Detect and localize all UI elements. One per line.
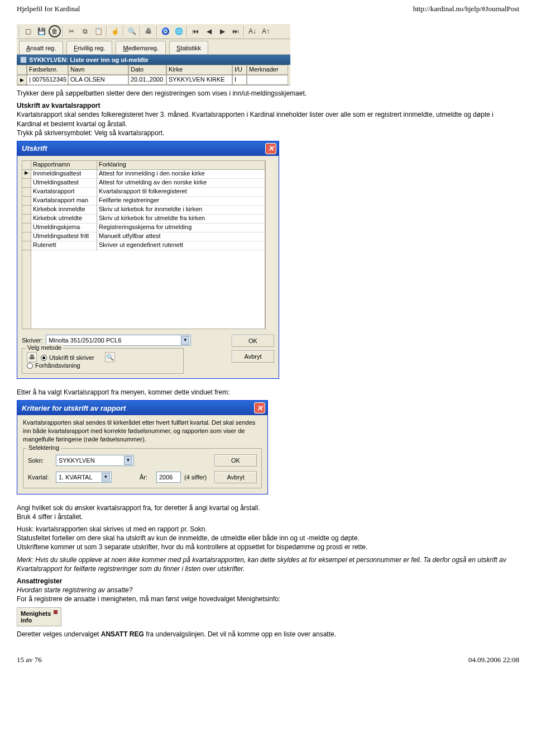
aar-input[interactable]: 2006 [156,472,181,483]
row-marker [22,232,31,241]
section-title: Utskrift av kvartalsrapport [17,102,100,110]
cell-navn[interactable]: OLA OLSEN [68,75,128,85]
body-text-1: Trykker dere på søppelbøtten sletter der… [17,89,519,98]
close-icon[interactable]: ✕ [265,143,276,154]
row-marker [22,188,31,197]
row-selector-icon[interactable]: ▶ [17,75,27,85]
paste-icon[interactable]: 📋 [92,25,104,37]
last-icon[interactable]: ⏭ [229,25,242,37]
col-iu[interactable]: I/U [232,65,247,75]
kvartal-value: 1. KVARTAL [59,474,93,481]
report-row[interactable]: Kirkebok utmeldteSkriv ut kirkebok for u… [22,215,265,224]
chevron-down-icon[interactable]: ▼ [181,336,189,345]
avbryt-button[interactable]: Avbryt [232,350,274,363]
web-icon[interactable]: 🌐 [173,25,185,37]
chevron-down-icon[interactable]: ▼ [124,456,132,465]
first-icon[interactable]: ⏮ [189,25,202,37]
kriterier-title: Kriterier for utskrift av rapport [22,404,126,412]
group-title: Selektering [27,444,61,451]
chevron-down-icon[interactable]: ▼ [102,473,110,482]
col-kirke[interactable]: Kirke [166,65,232,75]
selektering-group: Selektering Sokn: SYKKYLVEN ▼ Kvartal: 1… [23,448,262,488]
report-row[interactable]: Utmeldingsattest frittManuelt utfyllbar … [22,232,265,241]
search-icon[interactable]: 🔍 [126,25,138,37]
zoom-icon[interactable]: 🧿 [159,25,171,37]
report-row[interactable]: UtmeldingskjemaRegistreringsskjema for u… [22,224,265,232]
section-body: For å registrere de ansatte i menigheten… [17,595,280,603]
print-icon[interactable]: 🖶 [142,25,155,37]
scrollbar[interactable] [265,160,274,329]
report-explanation: Manuelt utfyllbar attest [97,232,265,241]
page-url: http://kardinal.no/hjelp/#JournalPost [413,4,519,13]
body-text-4: Angi hvilket sok du ønsker kvartalsrappo… [17,503,519,521]
props-icon[interactable]: ☝ [109,25,121,37]
report-row[interactable]: KvartalsrapportKvartalsrapport til folke… [22,188,265,197]
tab-ansatt[interactable]: Ansatt reg. [19,41,63,54]
menighetsinfo-button[interactable]: Menighets info [17,607,61,626]
col-rapportnamn[interactable]: Rapportnamn [31,161,97,170]
col-forklaring[interactable]: Forklaring [97,161,265,170]
new-icon[interactable]: ▢ [22,25,34,37]
report-row[interactable]: RutenettSkriver ut egendefinert rutenett [22,241,265,250]
prev-icon[interactable]: ◀ [203,25,215,37]
row-marker [22,224,31,232]
ok-button[interactable]: OK [214,454,257,467]
kriterier-titlebar: Kriterier for utskrift av rapport ✕ [17,401,267,415]
report-name: Utmeldingsattest fritt [31,232,97,241]
cell-iu[interactable]: I [232,75,247,85]
next-icon[interactable]: ▶ [216,25,228,37]
radio-forhandsvisning[interactable]: Forhåndsvisning [27,362,80,369]
col-dato[interactable]: Dato [128,65,166,75]
report-name: Kvartalsrapport [31,188,97,197]
ok-button[interactable]: OK [232,335,274,347]
report-list: Rapportnamn Forklaring ▶Innmeldingsattes… [22,160,265,329]
report-name: Kirkebok utmeldte [31,215,97,224]
kvartal-dropdown[interactable]: 1. KVARTAL ▼ [56,472,112,483]
cut-icon[interactable]: ✂ [65,25,78,37]
printer-icon: 🖶 [27,352,37,362]
report-row[interactable]: UtmeldingsattestAttest for utmelding av … [22,179,265,188]
aar-label: År: [140,474,153,481]
copy-icon[interactable]: ⧉ [79,25,91,37]
cell-merknader[interactable] [247,75,288,85]
window-icon [20,56,27,63]
sort-desc-icon[interactable]: A↑ [260,25,272,37]
cell-dato[interactable]: 20.01.,2000 [128,75,166,85]
sokn-value: SYKKYLVEN [59,457,95,464]
sort-asc-icon[interactable]: A↓ [246,25,259,37]
preview-icon: 🔍 [105,352,115,362]
radio-utskrift[interactable]: Utskrift til skriver [41,354,94,361]
report-row[interactable]: Kirkebok innmeldteSkriv ut kirkebok for … [22,206,265,215]
cell-kirke[interactable]: SYKKYLVEN KIRKE [166,75,232,85]
col-fodselsnr[interactable]: Fødselsnr. [27,65,68,75]
report-name: Utmeldingskjema [31,224,97,232]
grid-row[interactable]: ▶ | 0075512345 OLA OLSEN 20.01.,2000 SYK… [17,75,290,85]
report-row[interactable]: Kvartalsrapport manFeilførte registrerin… [22,197,265,206]
skriver-dropdown[interactable]: Minolta 351/251/200 PCL6 ▼ [46,335,191,346]
section-body: Kvartalsrapport skal sendes folkeregiste… [17,111,494,136]
cell-fodselsnr[interactable]: | 0075512345 [27,75,68,85]
skriver-label: Skriver: [22,337,42,344]
kriterier-window: Kriterier for utskrift av rapport ✕ Kvar… [17,400,268,495]
save-icon[interactable]: 💾 [35,25,47,37]
sokn-dropdown[interactable]: SYKKYLVEN ▼ [56,455,134,466]
utskrift-window: Utskrift ✕ Rapportnamn Forklaring ▶Innme… [17,141,279,379]
row-marker [22,197,31,206]
col-navn[interactable]: Navn [68,65,128,75]
avbryt-button[interactable]: Avbryt [214,471,257,483]
report-explanation: Attest for innmelding i den norske kirke [97,170,265,179]
tab-medlems[interactable]: Medlemsreg. [116,41,166,54]
report-explanation: Kvartalsrapport til folkeregisteret [97,188,265,197]
tab-frivillig[interactable]: Frivillig reg. [66,41,112,54]
tabbar: Ansatt reg. Frivillig reg. Medlemsreg. S… [17,39,290,55]
row-marker [22,206,31,215]
report-row[interactable]: ▶InnmeldingsattestAttest for innmelding … [22,170,265,179]
tab-statistikk[interactable]: Statistikk [169,41,208,54]
col-merknader[interactable]: Merknader [247,65,288,75]
red-square-icon [54,610,58,614]
app-window: ▢ 💾 🗑 ✂ ⧉ 📋 ☝ 🔍 🖶 🧿 🌐 ⏮ ◀ ▶ ⏭ A↓ A↑ [17,23,290,85]
trash-icon[interactable]: 🗑 [49,25,61,37]
close-icon[interactable]: ✕ [254,402,265,413]
utskrift-title: Utskrift [22,144,47,153]
report-name: Kvartalsrapport man [31,197,97,206]
